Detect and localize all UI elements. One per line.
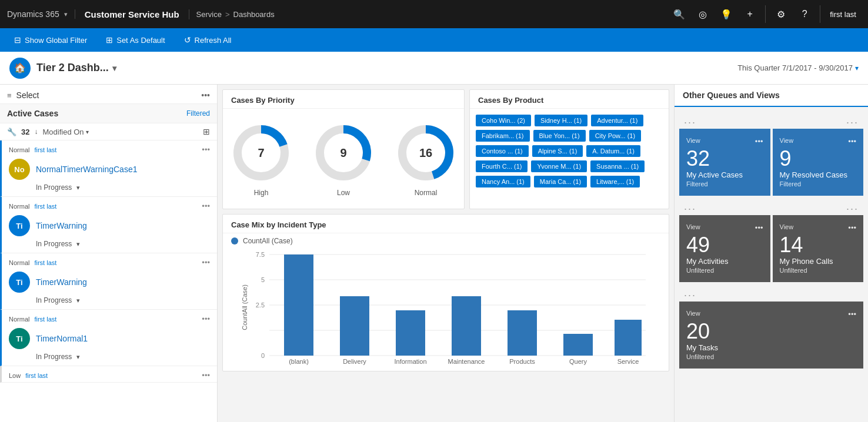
view-label[interactable]: View	[780, 137, 794, 144]
product-tag[interactable]: City Pow... (1)	[589, 130, 641, 142]
breadcrumb-page[interactable]: Dashboards	[233, 10, 275, 19]
case-owner[interactable]: first last	[34, 316, 56, 323]
search-icon[interactable]: 🔍	[669, 4, 690, 25]
resolved-cases-count: 9	[780, 148, 857, 169]
case-name[interactable]: NormalTimerWarningCase1	[36, 165, 210, 174]
product-tag[interactable]: Alpine S... (1)	[532, 145, 583, 157]
top-dots-right[interactable]: ...	[846, 114, 859, 126]
dynamics-brand[interactable]: Dynamics 365 ▾	[7, 9, 75, 19]
case-priority: Low	[9, 372, 21, 379]
mid-dots-left[interactable]: ...	[684, 200, 696, 213]
view-label[interactable]: View	[686, 137, 700, 144]
product-tag[interactable]: Maria Ca... (1)	[534, 176, 587, 187]
case-name[interactable]: TimerWarning	[36, 221, 210, 230]
case-expand-icon[interactable]: ▾	[76, 240, 80, 248]
case-expand-icon[interactable]: ▾	[76, 297, 80, 304]
product-tag[interactable]: Susanna ... (1)	[590, 160, 645, 172]
help-icon[interactable]: 💡	[716, 4, 737, 25]
recent-icon[interactable]: ◎	[692, 4, 713, 25]
case-more-icon[interactable]: •••	[202, 202, 210, 210]
dashboard-title-button[interactable]: Tier 2 Dashb... ▾	[36, 62, 116, 74]
case-status: In Progress	[36, 240, 72, 248]
case-more-icon[interactable]: •••	[202, 371, 210, 380]
date-range-dropdown-icon[interactable]: ▾	[855, 64, 859, 72]
add-icon[interactable]: +	[739, 4, 760, 25]
mid-dots-right[interactable]: ...	[846, 200, 859, 213]
card-more-icon[interactable]: •••	[755, 137, 763, 146]
product-tag[interactable]: Adventur... (1)	[591, 115, 643, 126]
nav-divider-2	[820, 5, 820, 23]
case-more-icon[interactable]: •••	[202, 314, 210, 323]
donut-normal-svg: 16	[393, 120, 458, 185]
select-more-icon[interactable]: •••	[201, 91, 210, 100]
my-active-cases-card[interactable]: View ••• 32 My Active Cases Filtered	[679, 129, 770, 196]
set-as-default-button[interactable]: ⊞ Set As Default	[101, 33, 169, 47]
bar-chart-legend: CountAll (Case)	[223, 233, 669, 249]
view-label[interactable]: View	[686, 310, 700, 317]
right-panel: Other Queues and Views ... ... View ••• …	[674, 85, 868, 422]
breadcrumb-service[interactable]: Service	[196, 10, 222, 19]
settings-icon[interactable]: ⚙	[770, 4, 792, 25]
product-tag[interactable]: Fabrikam... (1)	[476, 130, 530, 142]
grid-view-icon[interactable]: ⊞	[203, 127, 210, 136]
case-more-icon[interactable]: •••	[202, 258, 210, 267]
filtered-badge: Filtered	[186, 109, 210, 118]
my-activities-card[interactable]: View ••• 49 My Activities Unfiltered	[679, 215, 770, 282]
bar-chart-svg: 7.5 5 2.5 0 (blank) Delivery Information	[231, 249, 660, 366]
show-global-filter-button[interactable]: ⊟ Show Global Filter	[9, 33, 92, 47]
case-owner[interactable]: first last	[34, 203, 56, 210]
card-more-icon[interactable]: •••	[848, 310, 856, 319]
case-priority: Normal	[9, 203, 29, 210]
case-name[interactable]: TimerWarning	[36, 277, 210, 287]
case-status: In Progress	[36, 183, 72, 192]
my-tasks-card[interactable]: View ••• 20 My Tasks Unfiltered	[679, 302, 863, 369]
product-tag[interactable]: Coho Win... (2)	[476, 115, 531, 126]
case-name[interactable]: TimerNormal1	[36, 334, 210, 343]
avatar: No	[9, 159, 30, 180]
view-label[interactable]: View	[780, 223, 794, 230]
product-tag[interactable]: Yvonne M... (1)	[531, 160, 587, 172]
cases-sort-bar: 🔧 32 ↓ Modified On ▾ ⊞	[0, 123, 217, 140]
bottom-dots-left[interactable]: ...	[684, 287, 696, 299]
card-top: View •••	[686, 137, 763, 146]
product-tag[interactable]: A. Datum... (1)	[586, 145, 640, 157]
case-body: Ti TimerNormal1	[2, 326, 217, 351]
case-owner[interactable]: first last	[34, 146, 56, 153]
product-tag[interactable]: Sidney H... (1)	[535, 115, 587, 126]
sort-by-label[interactable]: Modified On ▾	[42, 128, 88, 136]
donut-normal: 16 Normal	[393, 120, 458, 197]
refresh-all-button[interactable]: ↺ Refresh All	[179, 33, 236, 47]
activities-title: My Activities	[686, 257, 763, 266]
product-tag[interactable]: Fourth C... (1)	[476, 160, 528, 172]
product-tag[interactable]: Nancy An... (1)	[476, 176, 530, 187]
case-header: Normal first last •••	[2, 253, 217, 269]
card-more-icon[interactable]: •••	[848, 137, 856, 146]
view-label[interactable]: View	[686, 223, 700, 230]
user-display-name[interactable]: first last	[825, 10, 861, 19]
my-phone-calls-card[interactable]: View ••• 14 My Phone Calls Unfiltered	[773, 215, 864, 282]
top-dots-left[interactable]: ...	[684, 114, 696, 126]
card-top: View •••	[780, 137, 857, 146]
case-expand-icon[interactable]: ▾	[76, 184, 80, 192]
svg-text:9: 9	[340, 146, 346, 159]
case-more-icon[interactable]: •••	[202, 145, 210, 154]
case-expand-icon[interactable]: ▾	[76, 353, 80, 361]
brand-dropdown-icon[interactable]: ▾	[64, 11, 68, 18]
activities-count: 49	[686, 235, 763, 256]
svg-text:0: 0	[261, 352, 265, 359]
card-more-icon[interactable]: •••	[848, 223, 856, 232]
product-tag[interactable]: Blue Yon... (1)	[533, 130, 586, 142]
breadcrumb-separator: >	[225, 10, 230, 19]
my-resolved-cases-card[interactable]: View ••• 9 My Resolved Cases Filtered	[773, 129, 864, 196]
case-owner[interactable]: first last	[34, 259, 56, 266]
case-owner[interactable]: first last	[25, 372, 48, 379]
bar-information	[396, 310, 425, 356]
select-label[interactable]: Select	[16, 91, 39, 100]
product-tag[interactable]: Litware,... (1)	[590, 176, 640, 187]
product-tag[interactable]: Contoso ... (1)	[476, 145, 529, 157]
card-more-icon[interactable]: •••	[755, 223, 763, 232]
case-header: Normal first last •••	[2, 197, 217, 213]
dashboard-header: 🏠 Tier 2 Dashb... ▾ This Quarter 7/1/201…	[0, 52, 868, 85]
question-icon[interactable]: ?	[794, 4, 815, 25]
case-footer: In Progress ▾	[2, 295, 217, 309]
